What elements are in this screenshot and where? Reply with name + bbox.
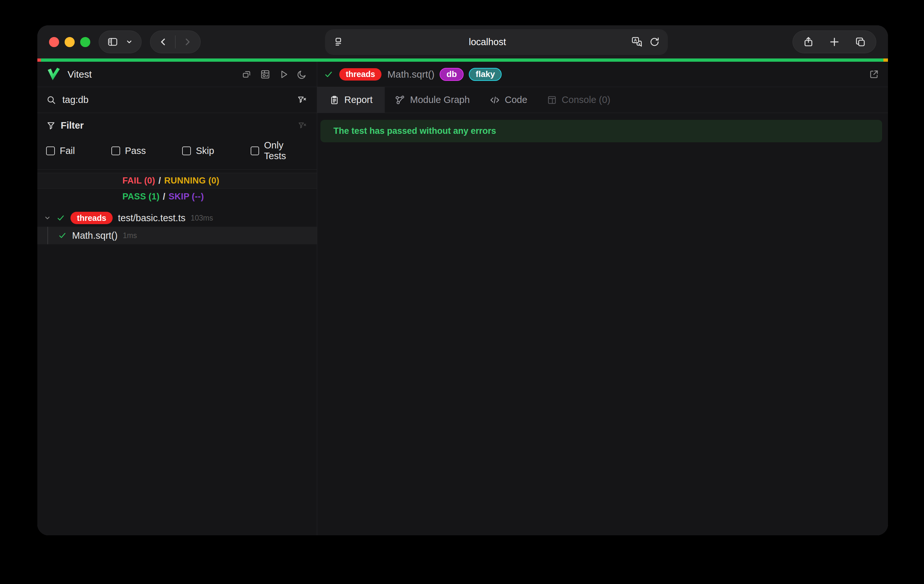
test-file-name: test/basic.test.ts	[118, 213, 185, 223]
forward-icon[interactable]	[182, 37, 193, 47]
test-progress-bar	[37, 58, 888, 62]
main-pane: threads Math.sqrt() db flaky	[317, 62, 888, 535]
toolbar-right-group	[792, 31, 876, 53]
nav-divider	[175, 35, 176, 48]
traffic-lights	[49, 37, 90, 47]
nav-buttons-group	[150, 31, 201, 53]
test-title: Math.sqrt()	[387, 69, 434, 80]
test-file-duration: 103ms	[191, 214, 213, 222]
tag-badge-flaky: flaky	[469, 68, 502, 81]
reader-icon[interactable]	[333, 36, 344, 48]
progress-pass-segment	[41, 58, 883, 62]
address-bar[interactable]: localhost A x	[325, 29, 668, 55]
tab-console[interactable]: Console (0)	[537, 87, 620, 113]
test-case-row[interactable]: Math.sqrt() 1ms	[37, 227, 317, 244]
report-icon	[329, 95, 340, 105]
svg-text:x: x	[639, 42, 640, 46]
detail-tabs: Report Module Graph	[317, 87, 888, 113]
stats-separator: /	[163, 192, 165, 202]
app-title: Vitest	[68, 69, 92, 80]
close-button[interactable]	[49, 37, 59, 47]
filter-section: Filter Fail Pass	[37, 113, 317, 170]
stats-row-fail-running: FAIL (0) / RUNNING (0)	[37, 173, 317, 189]
tab-code[interactable]: Code	[480, 87, 537, 113]
search-icon	[46, 95, 56, 105]
tab-module-graph[interactable]: Module Graph	[385, 87, 480, 113]
skip-count: SKIP (--)	[168, 192, 204, 202]
check-icon	[58, 231, 67, 240]
stats-separator: /	[158, 176, 161, 186]
browser-window: localhost A x	[37, 25, 888, 535]
clear-filter-icon[interactable]	[297, 121, 307, 131]
filter-label-only-tests: Only Tests	[264, 140, 307, 161]
filter-title: Filter	[61, 120, 84, 131]
sidebar-toggle-group	[99, 31, 142, 53]
test-tree: threads test/basic.test.ts 103ms Math.sq…	[37, 209, 317, 244]
svg-text:A: A	[634, 38, 637, 43]
tag-badge-db: db	[440, 68, 464, 81]
check-icon	[56, 213, 65, 222]
indent-guide	[48, 227, 48, 244]
test-detail-header: threads Math.sqrt() db flaky	[317, 62, 888, 87]
new-tab-icon[interactable]	[828, 36, 840, 48]
filter-option-pass: Pass	[111, 146, 146, 156]
filter-option-skip: Skip	[182, 146, 214, 156]
reload-icon[interactable]	[649, 36, 660, 48]
pass-banner: The test has passed without any errors	[320, 120, 882, 142]
tab-report-label: Report	[344, 94, 372, 105]
chevron-down-icon[interactable]	[125, 38, 134, 46]
progress-fail-segment	[37, 58, 41, 62]
code-icon	[489, 94, 500, 106]
tab-console-label: Console (0)	[562, 94, 610, 105]
test-file-row[interactable]: threads test/basic.test.ts 103ms	[37, 209, 317, 227]
tab-code-label: Code	[505, 94, 527, 105]
clear-search-filter-icon[interactable]	[297, 95, 307, 105]
pass-count: PASS (1)	[122, 192, 159, 202]
stats-row-pass-skip: PASS (1) / SKIP (--)	[37, 189, 317, 205]
sidebar-toggle-icon[interactable]	[107, 36, 119, 48]
sidebar-header: Vitest	[37, 62, 317, 87]
filter-label-fail: Fail	[60, 146, 75, 156]
filter-checkbox-only-tests[interactable]	[251, 147, 259, 155]
test-case-duration: 1ms	[123, 231, 137, 240]
back-icon[interactable]	[158, 37, 168, 47]
collapse-panels-icon[interactable]	[241, 69, 252, 79]
project-badge: threads	[339, 68, 381, 81]
filter-checkbox-fail[interactable]	[46, 147, 55, 155]
pass-banner-text: The test has passed without any errors	[333, 126, 496, 136]
zoom-button[interactable]	[80, 37, 90, 47]
filter-option-only-tests: Only Tests	[251, 140, 307, 161]
search-input[interactable]	[62, 94, 297, 105]
funnel-icon	[46, 121, 56, 131]
run-all-icon[interactable]	[279, 69, 289, 79]
dashboard-icon[interactable]	[260, 69, 271, 80]
translate-icon[interactable]: A x	[631, 36, 643, 48]
vitest-logo	[46, 67, 61, 81]
dark-mode-toggle-icon[interactable]	[297, 69, 307, 79]
vitest-sidebar: Vitest	[37, 62, 317, 535]
console-icon	[547, 95, 557, 105]
filter-checkbox-skip[interactable]	[182, 147, 191, 155]
fail-count: FAIL (0)	[122, 176, 155, 186]
filter-option-fail: Fail	[46, 146, 75, 156]
module-graph-icon	[394, 94, 406, 106]
tab-module-graph-label: Module Graph	[410, 94, 470, 105]
filter-label-skip: Skip	[196, 146, 214, 156]
external-link-icon[interactable]	[868, 69, 879, 80]
test-case-name: Math.sqrt()	[72, 230, 117, 241]
filter-checkbox-pass[interactable]	[111, 147, 120, 155]
url-text: localhost	[344, 37, 631, 48]
minimize-button[interactable]	[64, 37, 75, 47]
tab-report[interactable]: Report	[317, 87, 385, 113]
filter-options: Fail Pass Skip Only Tests	[46, 140, 307, 161]
browser-toolbar: localhost A x	[37, 25, 888, 58]
progress-warn-segment	[883, 58, 888, 62]
chevron-down-icon[interactable]	[43, 214, 52, 222]
project-badge: threads	[71, 212, 113, 224]
tab-overview-icon[interactable]	[855, 36, 866, 48]
test-stats: FAIL (0) / RUNNING (0) PASS (1) / SKIP (…	[37, 173, 317, 205]
running-count: RUNNING (0)	[164, 176, 219, 186]
search-bar	[37, 87, 317, 113]
share-icon[interactable]	[803, 36, 814, 48]
filter-label-pass: Pass	[125, 146, 146, 156]
